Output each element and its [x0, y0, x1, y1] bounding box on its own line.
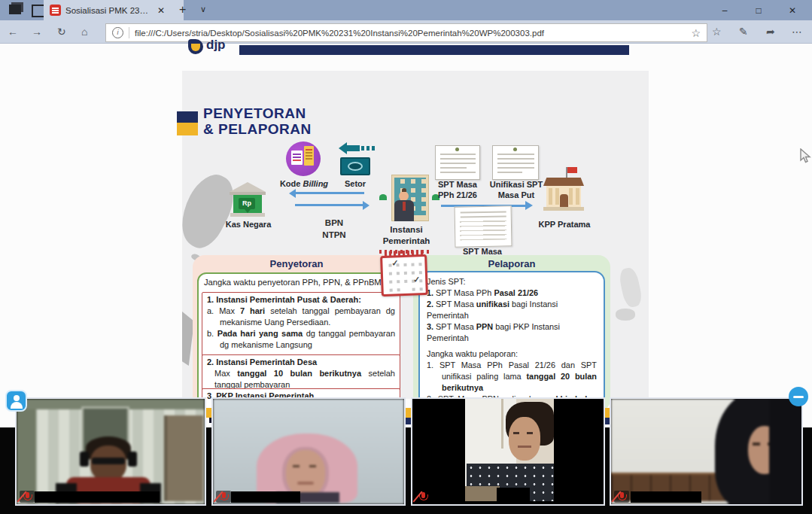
calendar-check: ✓	[413, 275, 421, 284]
arrow-to-kpp-head	[525, 201, 533, 210]
tab-close-icon[interactable]: ✕	[157, 6, 165, 15]
map-fragment	[616, 309, 635, 321]
webcam-tile-1[interactable]	[15, 397, 206, 506]
video-art	[17, 399, 205, 504]
setor-label: Setor	[336, 179, 375, 189]
penyetoran-item2: 2. Instansi Pemerintah Desa Max tanggal …	[202, 354, 400, 393]
instansi-pemerintah-label: Instansi Pemerintah	[372, 224, 441, 247]
arrow-right	[295, 204, 364, 206]
ink-notes-icon[interactable]: ✎	[739, 25, 748, 38]
set-tabs-aside-icon[interactable]	[9, 5, 21, 14]
calendar-check: ✓	[391, 258, 399, 268]
participant-name-redacted	[35, 491, 160, 503]
page-info-icon[interactable]: i	[112, 27, 123, 38]
bpn-ntpn-label: BPN NTPN	[315, 217, 354, 241]
map-fragment	[618, 266, 643, 309]
tab-title: Sosialisasi PMK 231 Inst	[65, 6, 153, 15]
screen: Sosialisasi PMK 231 Inst ✕ + ∨ – □ ✕ ← →…	[0, 0, 812, 514]
mouse-cursor	[800, 148, 811, 164]
url-text[interactable]: file:///C:/Users/stria/Desktop/Sosialisa…	[135, 29, 691, 38]
mic-muted-icon	[614, 491, 629, 503]
header-navy-bar	[239, 45, 629, 55]
webcam-tile-2[interactable]	[211, 397, 406, 506]
minimize-window-button[interactable]: –	[710, 0, 740, 20]
arrow-left	[295, 192, 364, 194]
kas-negara-icon: Rp	[227, 182, 268, 220]
share-icon[interactable]: ➦	[766, 25, 775, 38]
divider	[129, 27, 129, 38]
participant-profile-button[interactable]	[5, 390, 27, 412]
mic-muted-icon	[415, 491, 430, 503]
mic-muted-icon	[216, 491, 231, 503]
refresh-button[interactable]: ↻	[57, 25, 66, 38]
jenis-spt-3: 3. SPT Masa PPN bagi PKP Instansi Pemeri…	[427, 321, 597, 344]
jenis-spt-label: Jenis SPT:	[427, 276, 597, 287]
penyetoran-intro: Jangka waktu penyetoran PPh, PPN, & PPnB…	[204, 277, 391, 288]
browser-toolbar: ← → ↻ ⌂ i file:///C:/Users/stria/Desktop…	[0, 20, 812, 44]
penyetoran-item1: 1. Instansi Pemerintah Pusat & Daerah: a…	[202, 292, 400, 357]
slide-canvas: PENYETORAN & PELAPORAN Kode Billing Seto…	[182, 71, 649, 399]
video-art	[611, 399, 801, 504]
title-flag-yellow	[177, 123, 198, 135]
video-art	[213, 399, 404, 504]
unifikasi-label: Unifikasi SPT Masa Put	[483, 179, 549, 200]
kode-billing-icon	[286, 141, 321, 176]
penyetoran-panel: Penyetoran Jangka waktu penyetoran PPh, …	[193, 255, 400, 415]
jenis-spt-2: 2. SPT Masa unifikasi bagi Instansi Peme…	[427, 299, 597, 321]
kode-billing-label: Kode Billing	[271, 179, 337, 189]
spt-ppn-doc	[455, 205, 512, 247]
arrow-right-head	[363, 201, 370, 210]
mic-muted-icon	[20, 491, 35, 503]
add-favorite-icon[interactable]: ☆	[691, 27, 701, 39]
jangka-pelaporan-label: Jangka waktu pelaporan:	[427, 348, 597, 360]
favorites-hub-icon[interactable]: ☆	[712, 25, 722, 38]
webcam-tile-4[interactable]	[610, 397, 803, 506]
spt-pph-label: SPT Masa PPh 21/26	[426, 179, 489, 200]
calendar-icon: ✓ ✓	[380, 254, 428, 297]
video-art	[412, 399, 604, 504]
maximize-window-button[interactable]: □	[744, 0, 774, 20]
webcam-tile-3[interactable]	[411, 397, 605, 506]
tab-dropdown-icon[interactable]: ∨	[200, 5, 206, 14]
forward-button[interactable]: →	[32, 25, 42, 38]
minus-icon	[793, 396, 804, 398]
participant-name-redacted	[231, 491, 300, 503]
browser-titlebar: Sosialisasi PMK 231 Inst ✕ + ∨ – □ ✕	[0, 0, 812, 20]
title-flag-navy	[177, 111, 198, 123]
jangka-item-1: 1. SPT Masa PPh Pasal 21/26 dan SPT unif…	[427, 360, 597, 394]
back-button[interactable]: ←	[8, 25, 18, 38]
unifikasi-doc	[492, 145, 539, 180]
arrow-left-head	[289, 189, 296, 198]
pdf-viewer[interactable]: djp PENYETORAN & PELAPORAN	[0, 44, 812, 429]
home-button[interactable]: ⌂	[81, 25, 87, 38]
new-tab-button[interactable]: +	[179, 4, 186, 16]
more-menu-icon[interactable]: ⋯	[792, 25, 802, 38]
participant-name-redacted	[631, 491, 701, 503]
penyetoran-title: Penyetoran	[193, 258, 400, 269]
spt-pph-doc	[435, 145, 480, 180]
pelaporan-box: Jenis SPT: 1. SPT Masa PPh Pasal 21/26 2…	[418, 271, 605, 407]
kpp-pratama-icon	[542, 167, 585, 214]
browser-tab[interactable]: Sosialisasi PMK 231 Inst ✕	[44, 0, 184, 20]
kas-negara-label: Kas Negara	[221, 220, 275, 230]
jenis-spt-1: 1. SPT Masa PPh Pasal 21/26	[427, 287, 597, 299]
pdf-favicon	[50, 5, 61, 16]
pelaporan-panel: Pelaporan Jenis SPT: 1. SPT Masa PPh Pas…	[413, 255, 610, 412]
pelaporan-title: Pelaporan	[413, 258, 610, 269]
setor-icon	[337, 142, 373, 178]
close-window-button[interactable]: ✕	[777, 0, 807, 20]
hide-videos-button[interactable]	[789, 387, 808, 406]
djp-logo: djp	[188, 38, 233, 57]
penyetoran-box: Jangka waktu penyetoran PPh, PPN, & PPnB…	[197, 272, 396, 412]
kpp-pratama-label: KPP Pratama	[536, 220, 593, 230]
slide-title: PENYETORAN & PELAPORAN	[203, 105, 384, 137]
